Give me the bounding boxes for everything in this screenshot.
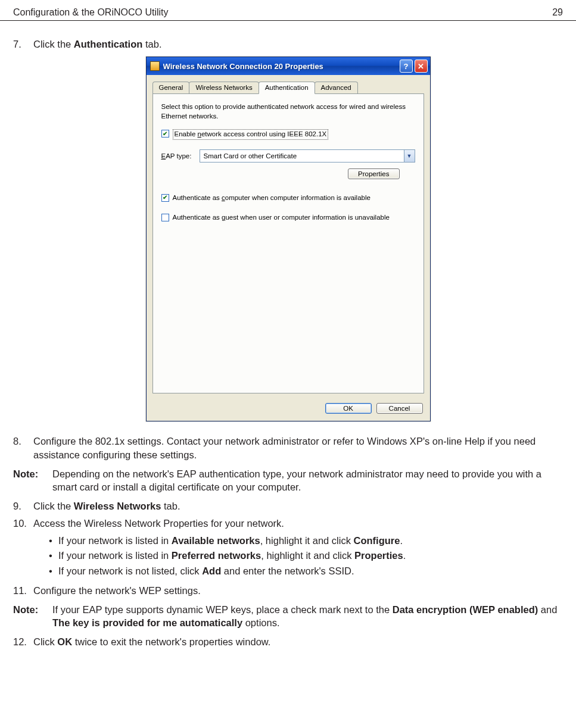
step-number: 7. [13, 38, 33, 51]
text-fragment: . [400, 535, 403, 546]
checkbox-auth-as-guest[interactable]: Authenticate as guest when user or compu… [161, 213, 415, 223]
xp-dialog: Wireless Network Connection 20 Propertie… [146, 57, 431, 421]
checkbox-auth-as-computer[interactable]: Authenticate as computer when computer i… [161, 193, 415, 203]
tab-general[interactable]: General [152, 82, 190, 94]
text-fragment: tab. [142, 39, 161, 49]
note-eap: Note: Depending on the network's EAP aut… [13, 467, 563, 494]
note-wep: Note: If your EAP type supports dynamic … [13, 603, 563, 630]
eap-type-combo[interactable]: Smart Card or other Certificate ▼ [200, 149, 415, 163]
step-text: Click the Authentication tab. [33, 38, 563, 51]
step-text: Configure the network's WEP settings. [33, 584, 563, 597]
dialog-buttons: OK Cancel [147, 399, 430, 421]
eap-label: EAP type: [161, 152, 200, 160]
step-number: 11. [13, 584, 33, 597]
checkbox-icon[interactable] [161, 194, 169, 202]
list-item: If your network is listed in Preferred n… [49, 548, 563, 564]
text-bold: Wireless Networks [74, 501, 161, 511]
text-fragment: uest when user or computer information i… [225, 214, 390, 221]
note-label: Note: [13, 603, 52, 630]
step-9: 9. Click the Wireless Networks tab. [13, 499, 563, 513]
dialog-screenshot: Wireless Network Connection 20 Propertie… [13, 57, 563, 421]
checkbox-enable-8021x[interactable]: Enable network access control using IEEE… [161, 129, 415, 140]
list-item: If your network is listed in Available n… [49, 533, 563, 549]
step-10-bullets: If your network is listed in Available n… [49, 533, 563, 579]
text-bold: Configure [354, 535, 400, 546]
page-number: 29 [552, 7, 563, 18]
text-bold: Data encryption (WEP enabled) [393, 604, 538, 615]
tabstrip: General Wireless Networks Authentication… [147, 75, 430, 93]
titlebar: Wireless Network Connection 20 Propertie… [147, 57, 430, 75]
step-12: 12. Click OK twice to exit the network's… [13, 635, 563, 648]
text-fragment: and enter the network's SSID. [221, 565, 354, 576]
text-fragment: Authenticate as [173, 214, 222, 221]
chevron-down-icon[interactable]: ▼ [404, 150, 415, 162]
text-fragment: Authenticate as [173, 194, 222, 201]
text-fragment: Enable [175, 130, 198, 138]
step-text: Access the Wireless Network Properties f… [33, 517, 563, 530]
properties-button[interactable]: Properties [348, 168, 399, 179]
page-content: 7. Click the Authentication tab. Wireles… [0, 38, 576, 670]
text-fragment: Click the [33, 501, 74, 511]
header-title: Configuration & the ORiNOCO Utility [13, 7, 169, 18]
step-8: 8. Configure the 802.1x settings. Contac… [13, 435, 563, 461]
properties-row: Properties [161, 168, 400, 179]
text-fragment: omputer when computer information is ava… [225, 194, 370, 201]
tabpanel-authentication: Select this option to provide authentica… [152, 93, 424, 393]
list-item: If your network is not listed, click Add… [49, 564, 563, 579]
step-11: 11. Configure the network's WEP settings… [13, 584, 563, 597]
tab-authentication[interactable]: Authentication [259, 82, 315, 94]
page-header: Configuration & the ORiNOCO Utility 29 [0, 0, 576, 21]
text-fragment: etwork access control using IEEE 802.1X [201, 130, 326, 138]
text-fragment: If your network is listed in [58, 535, 172, 546]
checkbox-label: Authenticate as guest when user or compu… [173, 213, 390, 223]
step-number: 8. [13, 435, 33, 461]
note-text: Depending on the network's EAP authentic… [52, 467, 563, 494]
checkbox-icon[interactable] [161, 214, 169, 221]
text-fragment: tab. [161, 501, 180, 511]
text-bold: The key is provided for me automatically [52, 617, 242, 628]
text-bold: Authentication [74, 39, 143, 49]
text-bold: OK [57, 636, 72, 647]
step-text: Click the Wireless Networks tab. [33, 499, 563, 513]
checkbox-label: Enable network access control using IEEE… [173, 129, 329, 140]
checkbox-label: Authenticate as computer when computer i… [173, 193, 370, 203]
checkbox-icon[interactable] [161, 130, 169, 138]
step-number: 10. [13, 517, 33, 530]
text-bold: Add [202, 565, 221, 576]
tab-advanced[interactable]: Advanced [315, 82, 358, 94]
text-fragment: twice to exit the network's properties w… [72, 636, 270, 647]
text-fragment: . [403, 550, 406, 561]
text-fragment: options. [242, 617, 279, 628]
text-fragment: If your network is not listed, click [58, 565, 202, 576]
ok-button[interactable]: OK [325, 403, 372, 414]
text-fragment: , highlight it and click [260, 535, 354, 546]
note-label: Note: [13, 467, 52, 494]
step-number: 12. [13, 635, 33, 648]
text-fragment: If your EAP type supports dynamic WEP ke… [52, 604, 393, 615]
step-text: Configure the 802.1x settings. Contact y… [33, 435, 563, 461]
tab-wireless-networks[interactable]: Wireless Networks [189, 82, 259, 94]
window-title: Wireless Network Connection 20 Propertie… [163, 62, 398, 71]
auth-helptext: Select this option to provide authentica… [161, 102, 415, 121]
text-fragment: and [538, 604, 557, 615]
eap-type-row: EAP type: Smart Card or other Certificat… [161, 149, 415, 163]
step-number: 9. [13, 499, 33, 513]
note-text: If your EAP type supports dynamic WEP ke… [52, 603, 563, 630]
step-10: 10. Access the Wireless Network Properti… [13, 517, 563, 530]
text-bold: Properties [354, 550, 403, 561]
text-bold: Available networks [172, 535, 260, 546]
step-text: Click OK twice to exit the network's pro… [33, 635, 563, 648]
window-icon [150, 61, 160, 71]
text-fragment: Click the [33, 39, 74, 49]
help-button[interactable]: ? [400, 60, 413, 73]
text-fragment: AP type: [166, 152, 191, 160]
text-fragment: , highlight it and click [261, 550, 354, 561]
text-fragment: Click [33, 636, 57, 647]
close-button[interactable]: ✕ [415, 60, 428, 73]
cancel-button[interactable]: Cancel [376, 403, 423, 414]
step-7: 7. Click the Authentication tab. [13, 38, 563, 51]
combo-value: Smart Card or other Certificate [204, 152, 297, 160]
text-bold: Preferred networks [172, 550, 261, 561]
text-fragment: If your network is listed in [58, 550, 172, 561]
